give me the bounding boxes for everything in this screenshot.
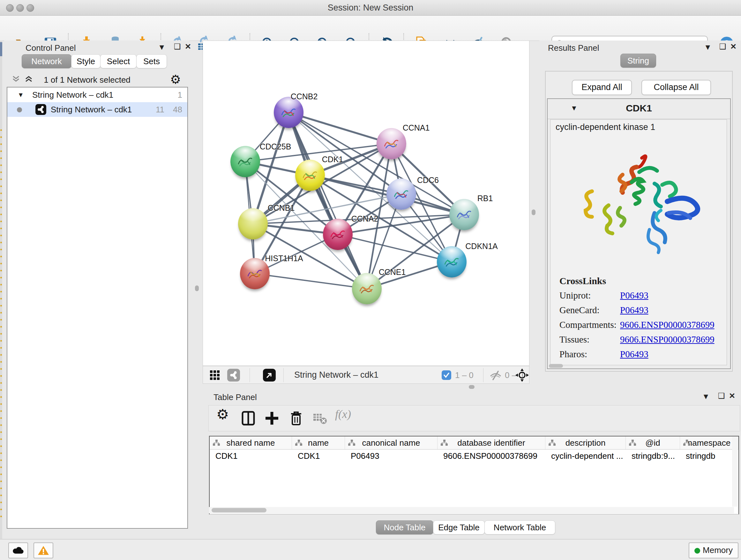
- crosslink-label: Pharos:: [559, 349, 587, 360]
- table-cell[interactable]: stringdb: [680, 449, 738, 462]
- collection-expand-icon[interactable]: ▼: [17, 87, 24, 102]
- collapse-all-button[interactable]: Collapse All: [642, 80, 711, 95]
- column-header-5[interactable]: description: [545, 436, 626, 449]
- network-edges: [203, 41, 529, 366]
- network-node-ccna2[interactable]: [323, 219, 353, 250]
- network-view-toolbar: String Network – cdk1 1 – 0 0 – 0: [203, 366, 529, 384]
- network-node-cdkn1a[interactable]: [437, 246, 467, 277]
- memory-label: Memory: [703, 545, 733, 555]
- results-panel-menu-icon[interactable]: ▼: [704, 43, 712, 51]
- network-canvas[interactable]: CCNB2CCNA1CDC25BCDK1CDC6RB1CCNB1CCNA2CDK…: [203, 41, 529, 366]
- column-header-2[interactable]: name: [292, 436, 345, 449]
- status-bar: Memory: [0, 539, 741, 560]
- column-tree-icon: [347, 439, 356, 446]
- node-structure-icon: [392, 185, 410, 204]
- control-panel-menu-icon[interactable]: ▼: [158, 43, 165, 51]
- column-header-6[interactable]: @id: [626, 436, 680, 449]
- results-panel-float-icon[interactable]: ❑: [719, 43, 726, 51]
- table-cell[interactable]: stringdb:9...: [626, 449, 680, 462]
- results-panel-title: Results Panel: [548, 43, 599, 53]
- crosslink-link[interactable]: P06493: [620, 349, 649, 360]
- crosslink-link[interactable]: P06493: [620, 305, 649, 315]
- warning-button[interactable]: [33, 543, 53, 558]
- selected-checkbox-icon[interactable]: [442, 370, 451, 380]
- tab-node-table[interactable]: Node Table: [376, 520, 433, 535]
- left-split-handle[interactable]: [195, 286, 199, 291]
- network-node-cdc6[interactable]: [387, 179, 416, 210]
- right-split-handle[interactable]: [532, 209, 536, 215]
- crosslink-link[interactable]: 9606.ENSP00000378699: [620, 320, 715, 330]
- tab-select[interactable]: Select: [100, 54, 137, 68]
- tab-string[interactable]: String: [620, 54, 656, 68]
- network-node-rb1[interactable]: [449, 199, 479, 230]
- protein-card-header[interactable]: ▼ CDK1: [548, 99, 730, 119]
- network-share-icon[interactable]: [227, 369, 240, 381]
- table-cell[interactable]: cyclin-dependent ...: [545, 449, 626, 462]
- expand-all-button[interactable]: Expand All: [572, 80, 632, 95]
- network-selection-status: 1 of 1 Network selected: [4, 75, 170, 85]
- cloud-button[interactable]: [8, 543, 28, 558]
- node-structure-icon: [442, 253, 461, 271]
- column-header-4[interactable]: database identifier: [437, 436, 545, 449]
- table-panel-close-icon[interactable]: ✕: [729, 392, 735, 400]
- fit-selected-crosshair-icon[interactable]: [515, 368, 529, 382]
- network-collection-row[interactable]: ▼ String Network – cdk1 1: [7, 87, 187, 102]
- network-node-ccnb2[interactable]: [274, 97, 304, 128]
- birdseye-view-icon[interactable]: [263, 369, 276, 381]
- crosslink-link[interactable]: P06493: [620, 290, 649, 301]
- table-vscroll[interactable]: [732, 436, 738, 507]
- tab-sets[interactable]: Sets: [136, 54, 167, 68]
- column-header-3[interactable]: canonical name: [345, 436, 437, 449]
- table-cell[interactable]: CDK1: [292, 449, 345, 462]
- network-row-selected[interactable]: String Network – cdk1 11 48: [7, 102, 187, 117]
- show-columns-icon[interactable]: [240, 410, 257, 427]
- tab-network-table[interactable]: Network Table: [484, 520, 555, 535]
- table-cell[interactable]: CDK1: [210, 449, 292, 462]
- table-cell[interactable]: 9606.ENSP00000378699: [437, 449, 545, 462]
- bottom-split-handle[interactable]: [469, 385, 475, 389]
- network-edge[interactable]: [288, 112, 391, 144]
- table-panel: Table Panel ▼ ❑ ✕ ⚙ f(x) shared namename…: [207, 391, 741, 537]
- crosslink-label: Tissues:: [559, 334, 590, 345]
- table-panel-float-icon[interactable]: ❑: [718, 392, 725, 400]
- node-label: CDC6: [417, 176, 439, 185]
- network-options-gear-icon[interactable]: ⚙: [170, 72, 181, 86]
- selected-count: 1 – 0: [455, 370, 474, 380]
- control-panel: Control Panel ▼ ❑ ✕ NetworkStyleSelectSe…: [4, 41, 190, 530]
- node-label: CDC25B: [260, 142, 291, 151]
- table-gear-icon[interactable]: ⚙: [216, 406, 229, 422]
- card-hscroll-thumb[interactable]: [549, 364, 563, 368]
- crosslinks-heading: CrossLinks: [559, 275, 606, 287]
- string-results-box: Expand All Collapse All ▼ CDK1 cyclin-de…: [545, 71, 733, 372]
- network-node-ccnb1[interactable]: [238, 208, 268, 240]
- add-column-icon[interactable]: [264, 410, 280, 427]
- delete-column-icon[interactable]: [288, 410, 305, 427]
- background-window-sliver: [0, 41, 2, 560]
- network-node-ccne1[interactable]: [352, 273, 382, 304]
- table-hscroll-thumb[interactable]: [212, 508, 266, 512]
- table-cell[interactable]: P06493: [345, 449, 437, 462]
- memory-button[interactable]: Memory: [689, 543, 738, 558]
- crosslink-link[interactable]: 9606.ENSP00000378699: [620, 334, 715, 345]
- network-node-cdk1[interactable]: [295, 160, 325, 191]
- column-header-7[interactable]: namespace: [680, 436, 738, 449]
- tab-edge-table[interactable]: Edge Table: [433, 520, 485, 535]
- tab-style[interactable]: Style: [71, 54, 100, 68]
- node-label: CCNB1: [268, 203, 295, 212]
- control-panel-float-icon[interactable]: ❑: [174, 43, 181, 51]
- network-node-cdc25b[interactable]: [230, 146, 260, 177]
- column-header-1[interactable]: shared name: [210, 436, 292, 449]
- control-panel-close-icon[interactable]: ✕: [185, 43, 191, 51]
- table-panel-menu-icon[interactable]: ▼: [702, 392, 710, 401]
- network-edge-count: 48: [173, 102, 182, 117]
- network-edge[interactable]: [255, 273, 367, 289]
- tab-network[interactable]: Network: [22, 54, 71, 68]
- protein-description: cyclin-dependent kinase 1: [556, 122, 655, 132]
- grid-view-icon[interactable]: [209, 370, 220, 381]
- node-label: CCNA1: [403, 123, 430, 132]
- table-panel-title: Table Panel: [213, 392, 257, 402]
- network-node-ccna1[interactable]: [377, 128, 406, 159]
- network-view-title: String Network – cdk1: [294, 370, 379, 380]
- table-hscroll[interactable]: [209, 507, 734, 513]
- results-panel-close-icon[interactable]: ✕: [730, 43, 737, 51]
